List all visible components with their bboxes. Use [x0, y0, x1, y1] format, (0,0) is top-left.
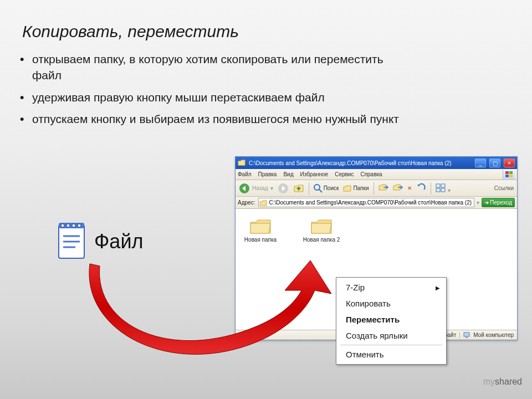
delete-icon[interactable]: ✕: [407, 185, 412, 191]
bullet-item: • отпускаем кнопку и выбираем из появивш…: [20, 111, 408, 127]
minimize-button[interactable]: _: [475, 158, 486, 167]
menu-tools[interactable]: Сервис: [335, 171, 354, 177]
address-dropdown-icon[interactable]: ▾: [477, 200, 479, 206]
copy-to-icon[interactable]: [393, 183, 403, 194]
bullet-item: • удерживая правую кнопку мыши перетаски…: [20, 89, 408, 105]
folder-icon: [310, 217, 332, 236]
bullet-dot-icon: •: [20, 89, 32, 105]
address-input[interactable]: [258, 198, 474, 207]
bullet-item: • открываем папку, в которую хотим скопи…: [20, 51, 408, 84]
bullet-dot-icon: •: [20, 51, 32, 84]
svg-rect-19: [436, 188, 440, 192]
svg-rect-20: [441, 188, 445, 192]
svg-line-16: [319, 190, 322, 192]
address-bar: Адрес: ▾ ➔ Переход: [236, 197, 517, 209]
search-label: Поиск: [324, 185, 339, 191]
folders-button[interactable]: Папки: [343, 184, 369, 193]
window-titlebar: C:\Documents and Settings\Александр.COMP…: [236, 157, 517, 169]
bullet-text: отпускаем кнопку и выбираем из появившег…: [32, 111, 399, 127]
svg-point-2: [61, 224, 64, 227]
go-label: Переход: [490, 200, 512, 206]
nav-back-label: Назад: [252, 185, 268, 191]
svg-rect-22: [466, 337, 468, 338]
svg-point-5: [78, 224, 81, 227]
svg-rect-17: [436, 184, 440, 187]
menu-view[interactable]: Вид: [283, 171, 293, 177]
go-arrow-icon: ➔: [484, 200, 489, 206]
menu-favorites[interactable]: Избранное: [300, 171, 328, 177]
folders-label: Папки: [353, 185, 369, 191]
drag-arrow-icon: [89, 260, 332, 366]
maximize-button[interactable]: ▢: [489, 158, 500, 167]
ctx-divider: [340, 345, 442, 345]
folder-icon: [249, 217, 272, 236]
file-source-block: Файл: [55, 222, 144, 262]
forward-arrow-icon[interactable]: [278, 183, 289, 194]
folder-label: Новая папка 2: [303, 237, 340, 243]
menu-help[interactable]: Справка: [360, 171, 382, 177]
svg-rect-11: [505, 175, 509, 177]
close-button[interactable]: ×: [504, 158, 515, 167]
ctx-create-shortcut[interactable]: Создать ярлыки: [338, 328, 444, 344]
toolbar: Назад ▾ Поиск Папки ✕ ▾ Ссылки: [236, 180, 517, 197]
bullet-list: • открываем папку, в которую хотим скопи…: [0, 51, 532, 127]
svg-point-3: [66, 224, 70, 227]
bullet-text: удерживая правую кнопку мыши перетаскива…: [32, 89, 325, 105]
context-menu: 7-Zip Копировать Переместить Создать ярл…: [336, 277, 447, 365]
search-icon: [314, 184, 323, 193]
status-location: Мой компьютер: [459, 332, 517, 339]
svg-point-15: [314, 185, 320, 190]
address-folder-icon: [259, 199, 267, 207]
folder-item[interactable]: Новая папка 2: [302, 217, 341, 243]
folder-item[interactable]: Новая папка: [241, 217, 280, 243]
menu-bar: Файл Правка Вид Избранное Сервис Справка: [236, 169, 517, 180]
undo-icon[interactable]: [416, 183, 426, 194]
folder-title-icon: [238, 159, 245, 167]
svg-rect-21: [464, 332, 469, 336]
views-icon[interactable]: ▾: [436, 183, 451, 193]
move-to-icon[interactable]: [378, 183, 388, 194]
search-button[interactable]: Поиск: [314, 184, 339, 193]
menu-file[interactable]: Файл: [238, 171, 252, 177]
svg-rect-12: [509, 175, 513, 177]
svg-rect-10: [509, 171, 513, 174]
ctx-move[interactable]: Переместить: [338, 311, 444, 328]
svg-rect-18: [441, 184, 445, 187]
nav-back-button[interactable]: Назад ▾: [239, 183, 273, 194]
watermark: myshared: [483, 377, 522, 387]
dropdown-icon: ▾: [270, 185, 273, 191]
menu-edit[interactable]: Правка: [258, 171, 277, 177]
folders-icon: [343, 184, 352, 193]
ctx-cancel[interactable]: Отменить: [338, 346, 444, 362]
file-label: Файл: [94, 230, 144, 253]
window-title: C:\Documents and Settings\Александр.COMP…: [249, 160, 472, 166]
ctx-copy[interactable]: Копировать: [338, 295, 444, 311]
windows-flag-icon: [503, 170, 515, 180]
bullet-text: открываем папку, в которую хотим скопиро…: [32, 51, 408, 84]
svg-point-4: [72, 224, 75, 227]
watermark-my: my: [483, 377, 495, 386]
links-label[interactable]: Ссылки: [494, 185, 514, 191]
ctx-7zip[interactable]: 7-Zip: [338, 279, 444, 295]
up-folder-icon[interactable]: [293, 182, 304, 195]
go-button[interactable]: ➔ Переход: [482, 198, 515, 207]
back-arrow-icon: [239, 183, 250, 194]
notepad-file-icon: [55, 222, 88, 262]
watermark-shared: shared: [495, 377, 522, 386]
address-label: Адрес:: [238, 200, 255, 206]
my-computer-icon: [463, 332, 471, 339]
svg-rect-9: [505, 171, 509, 174]
folder-label: Новая папка: [244, 237, 277, 243]
bullet-dot-icon: •: [20, 111, 32, 127]
slide-title: Копировать, переместить: [0, 0, 532, 41]
